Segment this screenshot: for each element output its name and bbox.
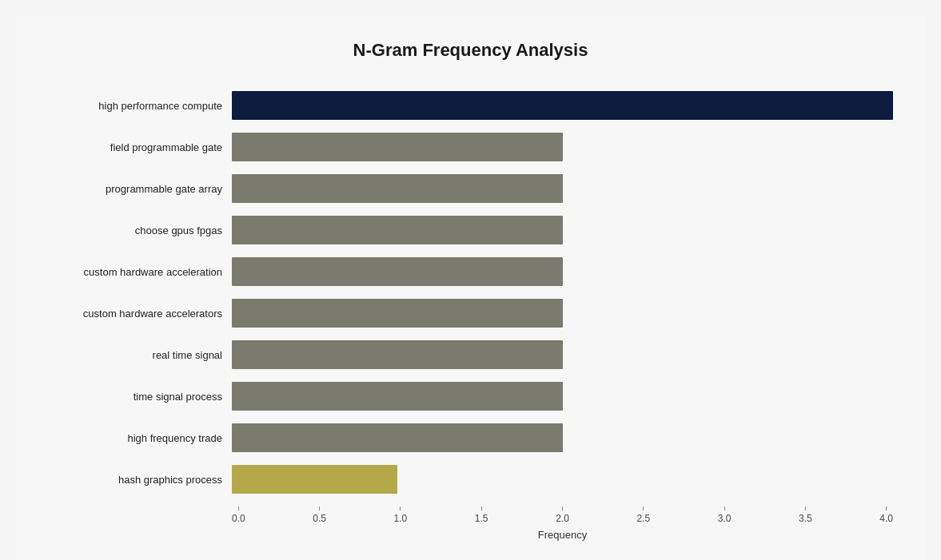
bar-row: choose gpus fpgas xyxy=(48,209,893,251)
bar-fill xyxy=(232,423,563,452)
x-tick-line xyxy=(562,506,563,510)
bar-row: field programmable gate xyxy=(48,126,893,168)
chart-title: N-Gram Frequency Analysis xyxy=(48,40,893,61)
x-tick-label: 3.0 xyxy=(718,513,732,524)
bar-label: hash graphics process xyxy=(48,474,232,486)
bar-label: custom hardware accelerators xyxy=(48,308,232,320)
bar-track xyxy=(232,423,893,452)
bar-fill xyxy=(232,91,893,120)
bar-track xyxy=(232,257,893,286)
bar-fill xyxy=(232,174,563,203)
bar-track xyxy=(232,133,893,161)
bar-row: programmable gate array xyxy=(48,168,893,209)
x-tick: 3.5 xyxy=(799,506,812,524)
bar-row: high frequency trade xyxy=(48,417,893,459)
bar-label: programmable gate array xyxy=(48,183,232,195)
bar-track xyxy=(232,216,893,244)
x-tick-label: 1.0 xyxy=(394,513,408,524)
x-tick: 0.0 xyxy=(232,506,245,524)
x-tick-label: 1.5 xyxy=(475,513,488,524)
bar-row: high performance compute xyxy=(48,85,893,126)
bar-label: real time signal xyxy=(48,349,232,361)
bar-fill xyxy=(232,133,563,161)
x-tick-line xyxy=(481,506,482,510)
chart-area: high performance computefield programmab… xyxy=(48,85,893,500)
x-tick-label: 0.5 xyxy=(313,513,326,524)
bar-track xyxy=(232,340,893,369)
bar-row: custom hardware acceleration xyxy=(48,251,893,292)
x-tick-label: 0.0 xyxy=(232,513,245,524)
x-tick-line xyxy=(238,506,239,510)
x-axis-label: Frequency xyxy=(48,529,893,541)
x-tick: 4.0 xyxy=(879,506,893,524)
x-tick: 3.0 xyxy=(718,506,732,524)
bar-row: hash graphics process xyxy=(48,459,893,500)
bar-fill xyxy=(232,299,563,328)
bar-track xyxy=(232,382,893,411)
x-tick-label: 4.0 xyxy=(879,513,893,524)
bar-row: custom hardware accelerators xyxy=(48,292,893,334)
x-tick-line xyxy=(643,506,644,510)
bar-label: field programmable gate xyxy=(48,141,232,153)
x-tick-label: 3.5 xyxy=(799,513,812,524)
x-tick: 0.5 xyxy=(313,506,326,524)
x-tick: 1.5 xyxy=(475,506,488,524)
bar-fill xyxy=(232,216,563,244)
bar-track xyxy=(232,299,893,328)
bar-track xyxy=(232,91,893,120)
bar-fill xyxy=(232,382,563,411)
x-axis-ticks: 0.00.51.01.52.02.53.03.54.0 xyxy=(232,506,893,524)
bar-label: high frequency trade xyxy=(48,432,232,444)
x-tick-label: 2.5 xyxy=(636,513,650,524)
x-tick: 2.0 xyxy=(556,506,569,524)
x-tick-line xyxy=(400,506,401,510)
bar-label: high performance compute xyxy=(48,100,232,112)
x-tick-label: 2.0 xyxy=(556,513,569,524)
bar-track xyxy=(232,174,893,203)
chart-container: N-Gram Frequency Analysis high performan… xyxy=(16,16,925,560)
bar-track xyxy=(232,465,893,494)
bar-fill xyxy=(232,257,563,286)
bar-row: real time signal xyxy=(48,334,893,375)
x-tick: 1.0 xyxy=(394,506,408,524)
x-tick: 2.5 xyxy=(636,506,650,524)
x-tick-line xyxy=(886,506,887,510)
x-axis: 0.00.51.01.52.02.53.03.54.0 xyxy=(48,506,893,524)
bar-fill xyxy=(232,340,563,369)
x-tick-line xyxy=(724,506,725,510)
bar-label: custom hardware acceleration xyxy=(48,266,232,278)
bar-row: time signal process xyxy=(48,375,893,417)
x-tick-line xyxy=(805,506,806,510)
bar-label: time signal process xyxy=(48,391,232,403)
x-tick-line xyxy=(319,506,320,510)
bar-fill xyxy=(232,465,397,494)
bar-label: choose gpus fpgas xyxy=(48,224,232,236)
